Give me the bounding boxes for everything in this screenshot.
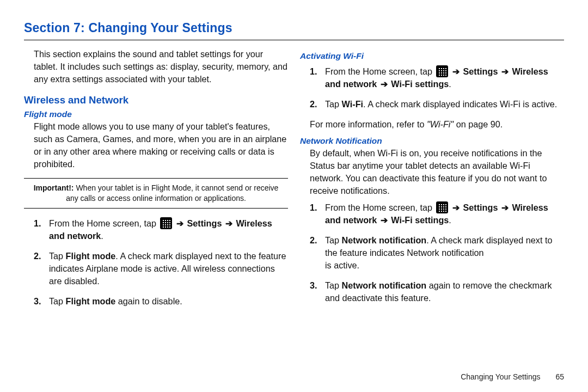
manual-page: Section 7: Changing Your Settings This s…: [0, 0, 588, 392]
list-item: 2. Tap Wi-Fi. A check mark displayed ind…: [310, 98, 564, 111]
heading-wireless-and-network: Wireless and Network: [24, 94, 288, 106]
step-text: From the Home screen, tap ➔ Settings ➔ W…: [49, 217, 288, 242]
list-item: 1. From the Home screen, tap ➔ Settings …: [34, 217, 288, 242]
label-flight-mode: Flight mode: [66, 251, 116, 261]
label-wifi: Wi-Fi: [342, 99, 363, 109]
section-title: Section 7: Changing Your Settings: [24, 21, 564, 35]
list-item: 2. Tap Flight mode. A check mark display…: [34, 250, 288, 287]
apps-grid-icon: [436, 65, 448, 77]
label-network-notification: Network notification: [342, 280, 427, 290]
horizontal-rule: [24, 40, 564, 40]
step-text: Tap Wi-Fi. A check mark displayed indica…: [325, 98, 564, 111]
important-label: Important!:: [34, 183, 74, 192]
label-wifi-settings: Wi-Fi settings: [391, 79, 449, 89]
list-item: 1. From the Home screen, tap ➔ Settings …: [310, 65, 564, 90]
label-wifi-settings: Wi-Fi settings: [391, 215, 449, 225]
step-text: Tap Flight mode again to disable.: [49, 295, 288, 308]
important-note: Important!: When your tablet is in Fligh…: [24, 178, 288, 209]
intro-paragraph: This section explains the sound and tabl…: [24, 48, 288, 91]
step-number: 3.: [34, 295, 49, 308]
page-footer: Changing Your Settings 65: [461, 372, 564, 381]
list-item: 3. Tap Flight mode again to disable.: [34, 295, 288, 308]
label-settings: Settings: [463, 66, 498, 76]
step-number: 3.: [310, 279, 325, 292]
step-number: 2.: [34, 250, 49, 262]
cross-reference: For more information, refer to "Wi-Fi" o…: [300, 118, 564, 131]
label-flight-mode: Flight mode: [66, 296, 116, 306]
label-settings: Settings: [463, 203, 498, 212]
label-settings: Settings: [187, 218, 222, 228]
arrow-icon: ➔: [500, 203, 510, 212]
step-text: From the Home screen, tap ➔ Settings ➔ W…: [325, 201, 564, 226]
left-column: This section explains the sound and tabl…: [24, 48, 288, 315]
important-text: When your tablet is in Flight Mode, it c…: [66, 183, 278, 203]
ref-topic: "Wi-Fi": [427, 119, 456, 129]
step-text: From the Home screen, tap ➔ Settings ➔ W…: [325, 65, 564, 90]
flight-mode-steps: 1. From the Home screen, tap ➔ Settings …: [24, 217, 288, 308]
arrow-icon: ➔: [451, 203, 461, 212]
arrow-icon: ➔: [175, 218, 185, 228]
step-number: 1.: [34, 217, 49, 230]
two-column-layout: This section explains the sound and tabl…: [24, 48, 564, 315]
activating-wifi-steps: 1. From the Home screen, tap ➔ Settings …: [300, 65, 564, 111]
arrow-icon: ➔: [500, 66, 510, 76]
label-network-notification: Network notification: [342, 235, 427, 245]
footer-chapter: Changing Your Settings: [461, 372, 540, 381]
list-item: 3. Tap Network notification again to rem…: [310, 279, 564, 304]
list-item: 1. From the Home screen, tap ➔ Settings …: [310, 201, 564, 226]
right-column: Activating Wi-Fi 1. From the Home screen…: [300, 48, 564, 315]
heading-network-notification: Network Notification: [300, 136, 564, 146]
step-text: Tap Network notification again to remove…: [325, 279, 564, 304]
page-number: 65: [555, 372, 564, 381]
arrow-icon: ➔: [224, 218, 234, 228]
step-text: Tap Network notification. A check mark d…: [325, 234, 564, 272]
network-notification-steps: 1. From the Home screen, tap ➔ Settings …: [300, 201, 564, 304]
step-number: 2.: [310, 98, 325, 111]
heading-flight-mode: Flight mode: [24, 109, 288, 119]
flight-mode-paragraph: Flight mode allows you to use many of yo…: [24, 120, 288, 170]
list-item: 2. Tap Network notification. A check mar…: [310, 234, 564, 272]
heading-activating-wifi: Activating Wi-Fi: [300, 51, 564, 61]
apps-grid-icon: [436, 201, 448, 213]
step-number: 2.: [310, 234, 325, 247]
network-notification-paragraph: By default, when Wi-Fi is on, you receiv…: [300, 147, 564, 197]
arrow-icon: ➔: [451, 66, 461, 76]
arrow-icon: ➔: [379, 215, 389, 225]
step-text: Tap Flight mode. A check mark displayed …: [49, 250, 288, 287]
apps-grid-icon: [160, 217, 172, 229]
step-number: 1.: [310, 65, 325, 78]
step-number: 1.: [310, 201, 325, 214]
arrow-icon: ➔: [379, 79, 389, 89]
